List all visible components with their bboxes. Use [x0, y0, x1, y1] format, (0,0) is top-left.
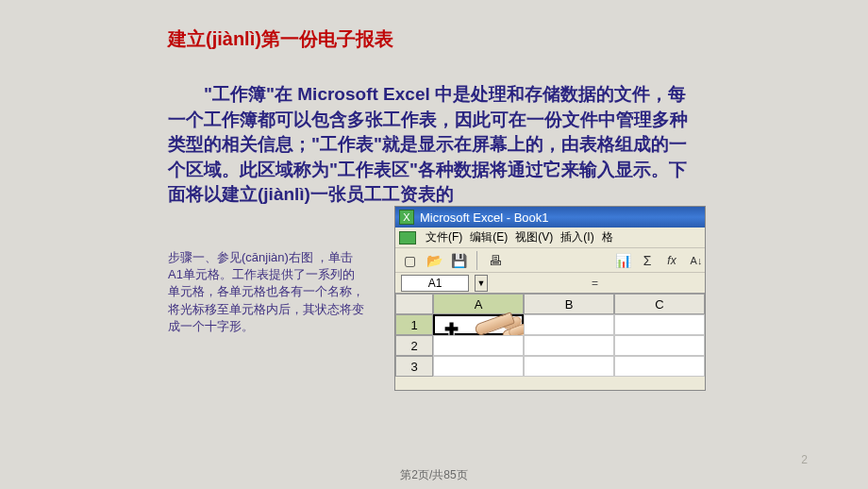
slide: 建立(jiànlì)第一份电子报表 "工作簿"在 Microsoft Excel… [0, 0, 868, 489]
step-one-text: 步骤一、参见(cānjiàn)右图 ，单击A1单元格。工作表提供了一系列的单元格… [168, 249, 366, 335]
worksheet-icon [399, 231, 416, 244]
cell-C2 [614, 335, 705, 356]
menu-format: 格 [598, 229, 617, 245]
cell-A1: ✚ [433, 314, 524, 335]
cell-B2 [524, 335, 614, 356]
print-icon: 🖶 [487, 252, 504, 269]
excel-title-text: Microsoft Excel - Book1 [420, 211, 549, 225]
worksheet-grid: A B C 1 ✚ 2 3 [395, 294, 705, 377]
footer-pagination: 第2页/共85页 [0, 467, 868, 483]
slide-title: 建立(jiànlì)第一份电子报表 [168, 26, 868, 52]
toolbar-separator [476, 251, 477, 270]
row-header-3: 3 [395, 356, 433, 377]
excel-app-icon: X [399, 210, 414, 225]
fx-icon: fx [663, 252, 680, 269]
chart-icon: 📊 [614, 252, 631, 269]
col-header-C: C [614, 294, 705, 314]
cell-C3 [614, 356, 705, 377]
menu-view: 视图(V) [511, 229, 557, 245]
cell-B3 [524, 356, 614, 377]
select-all-corner [395, 294, 433, 314]
body-paragraph: "工作簿"在 Microsoft Excel 中是处理和存储数据的文件，每一个工… [168, 82, 696, 208]
excel-titlebar: X Microsoft Excel - Book1 [395, 207, 705, 228]
name-box: A1 [401, 275, 469, 292]
excel-toolbar: ▢ 📂 💾 🖶 📊 Σ fx A↓ [395, 248, 705, 273]
excel-screenshot: X Microsoft Excel - Book1 文件(F) 编辑(E) 视图… [394, 206, 706, 391]
cell-B1 [524, 314, 614, 335]
excel-menubar: 文件(F) 编辑(E) 视图(V) 插入(I) 格 [395, 228, 705, 248]
formula-bar: A1 ▼ = [395, 273, 705, 294]
menu-insert: 插入(I) [557, 229, 597, 245]
sum-icon: Σ [639, 252, 656, 269]
menu-edit: 编辑(E) [466, 229, 511, 245]
name-box-dropdown-icon: ▼ [475, 275, 488, 292]
cell-A3 [433, 356, 524, 377]
cell-A2 [433, 335, 524, 356]
sort-icon: A↓ [688, 252, 705, 269]
slide-number: 2 [801, 453, 808, 466]
col-header-B: B [524, 294, 614, 314]
new-icon: ▢ [401, 252, 418, 269]
cell-C1 [614, 314, 705, 335]
save-icon: 💾 [450, 252, 467, 269]
menu-file: 文件(F) [422, 229, 466, 245]
row-header-1: 1 [395, 314, 433, 335]
row-header-2: 2 [395, 335, 433, 356]
open-icon: 📂 [426, 252, 442, 269]
formula-eq: = [592, 277, 598, 290]
